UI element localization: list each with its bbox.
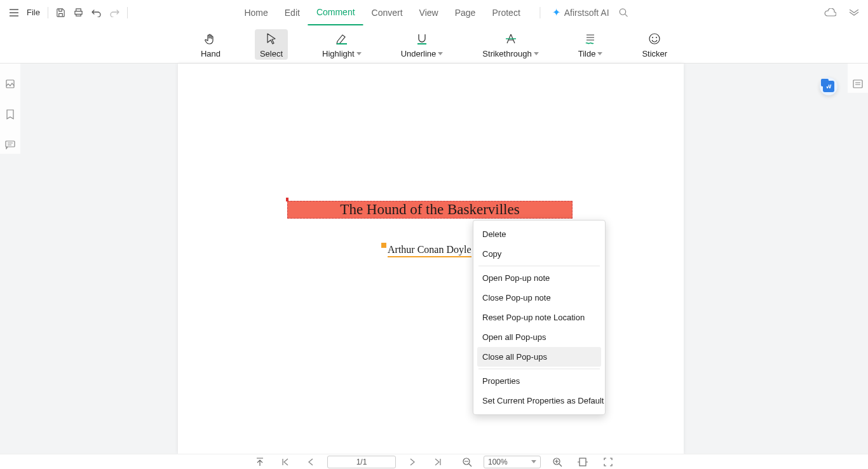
topbar-left: File <box>5 4 132 22</box>
tab-home[interactable]: Home <box>236 0 276 25</box>
menu-separator <box>478 369 600 369</box>
export-word-button[interactable]: W <box>820 78 837 95</box>
comments-panel-icon[interactable] <box>1 136 19 154</box>
svg-rect-9 <box>580 458 586 466</box>
menu-item-open-all-popups[interactable]: Open all Pop-ups <box>477 327 601 347</box>
tab-view[interactable]: View <box>411 0 447 25</box>
word-icon: W <box>823 81 834 92</box>
divider <box>540 7 541 18</box>
cloud-icon[interactable] <box>821 4 839 22</box>
zoom-select[interactable]: 100% <box>484 456 541 468</box>
svg-rect-5 <box>6 141 15 147</box>
highlight-icon <box>335 32 349 46</box>
hand-tool[interactable]: Hand <box>196 29 226 60</box>
hand-icon <box>204 32 217 46</box>
left-sidebar <box>0 64 20 154</box>
tab-edit[interactable]: Edit <box>276 0 308 25</box>
nav-tabs: Home Edit Comment Convert View Page Prot… <box>236 0 632 25</box>
tilde-icon <box>584 32 597 46</box>
properties-panel-icon[interactable] <box>849 75 867 93</box>
author-annotation[interactable]: Arthur Conan Doyle <box>381 244 471 257</box>
zoom-in-icon[interactable] <box>548 453 566 470</box>
svg-point-3 <box>656 37 657 38</box>
zoom-out-icon[interactable] <box>458 453 476 470</box>
scroll-top-icon[interactable] <box>251 453 269 470</box>
context-menu: Delete Copy Open Pop-up note Close Pop-u… <box>473 220 606 415</box>
tool-label: Select <box>260 49 283 58</box>
tab-comment[interactable]: Comment <box>308 0 363 25</box>
status-bar: 1/1 100% <box>0 454 868 469</box>
search-icon[interactable] <box>614 4 632 22</box>
cursor-icon <box>266 32 277 46</box>
bookmark-icon[interactable] <box>1 105 19 123</box>
print-icon[interactable] <box>70 4 88 22</box>
ai-label: Afirstsoft AI <box>564 8 609 18</box>
fit-width-icon[interactable] <box>574 453 592 470</box>
strikethrough-tool[interactable]: Strikethrough <box>477 29 543 60</box>
tool-label: Hand <box>201 49 220 58</box>
menu-item-properties[interactable]: Properties <box>477 371 601 391</box>
comment-ribbon: Hand Select Highlight Underline Striketh… <box>0 25 868 64</box>
prev-page-icon[interactable] <box>302 453 320 470</box>
highlight-tool[interactable]: Highlight <box>317 29 367 60</box>
first-page-icon[interactable] <box>276 453 294 470</box>
tab-protect[interactable]: Protect <box>484 0 528 25</box>
topbar-right <box>821 4 863 22</box>
svg-rect-6 <box>853 80 862 88</box>
expand-icon[interactable] <box>845 4 863 22</box>
annotation-marker-icon <box>381 243 386 248</box>
svg-point-2 <box>652 37 653 38</box>
page-number-input[interactable]: 1/1 <box>327 456 396 468</box>
document-title: The Hound of the Baskervilles <box>340 201 519 218</box>
chevron-down-icon <box>597 52 602 55</box>
tool-label: Sticker <box>642 49 667 58</box>
menu-item-close-popup[interactable]: Close Pop-up note <box>477 288 601 308</box>
save-icon[interactable] <box>52 4 70 22</box>
undo-icon[interactable] <box>88 4 105 22</box>
menu-item-set-default[interactable]: Set Current Properties as Default <box>477 391 601 411</box>
divider <box>127 7 128 18</box>
menu-item-reset-popup[interactable]: Reset Pop-up note Location <box>477 308 601 327</box>
chevron-down-icon <box>531 460 536 463</box>
top-bar: File Home Edit Comment Convert View Page… <box>0 0 868 25</box>
sticker-tool[interactable]: Sticker <box>637 29 672 60</box>
thumbnails-icon[interactable] <box>1 75 19 93</box>
file-menu[interactable]: File <box>23 8 44 17</box>
tilde-tool[interactable]: Tilde <box>573 29 608 60</box>
tab-page[interactable]: Page <box>447 0 484 25</box>
sticker-icon <box>648 32 661 46</box>
page-nav-group: 1/1 <box>251 453 447 470</box>
divider <box>48 7 48 18</box>
document-page[interactable]: The Hound of the Baskervilles Arthur Con… <box>178 64 684 454</box>
last-page-icon[interactable] <box>429 453 447 470</box>
svg-point-0 <box>620 9 625 15</box>
annotation-marker-icon <box>286 198 288 201</box>
zoom-value: 100% <box>488 458 508 466</box>
menu-item-open-popup[interactable]: Open Pop-up note <box>477 268 601 288</box>
select-tool[interactable]: Select <box>255 29 288 60</box>
chevron-down-icon <box>356 52 362 55</box>
chevron-down-icon <box>534 52 539 55</box>
next-page-icon[interactable] <box>403 453 421 470</box>
tab-convert[interactable]: Convert <box>363 0 411 25</box>
menu-item-delete[interactable]: Delete <box>477 224 601 244</box>
document-author: Arthur Conan Doyle <box>388 244 471 257</box>
menu-item-copy[interactable]: Copy <box>477 244 601 264</box>
workspace: The Hound of the Baskervilles Arthur Con… <box>0 64 868 454</box>
highlighted-title-annotation[interactable]: The Hound of the Baskervilles <box>287 201 573 219</box>
redo-icon[interactable] <box>105 4 123 22</box>
right-sidebar <box>848 64 868 93</box>
page-content: The Hound of the Baskervilles Arthur Con… <box>178 64 684 454</box>
underline-icon <box>416 32 428 46</box>
underline-tool[interactable]: Underline <box>396 29 449 60</box>
ai-assistant-button[interactable]: ✦ Afirstsoft AI <box>552 6 609 18</box>
menu-item-close-all-popups[interactable]: Close all Pop-ups <box>477 347 601 367</box>
tool-label: Tilde <box>578 49 596 58</box>
fit-page-icon[interactable] <box>599 453 617 470</box>
tool-label: Underline <box>401 49 437 58</box>
sparkle-icon: ✦ <box>552 6 560 18</box>
zoom-group: 100% <box>458 453 617 470</box>
menu-icon[interactable] <box>5 4 23 22</box>
chevron-down-icon <box>438 52 443 55</box>
tool-label: Strikethrough <box>482 49 531 58</box>
